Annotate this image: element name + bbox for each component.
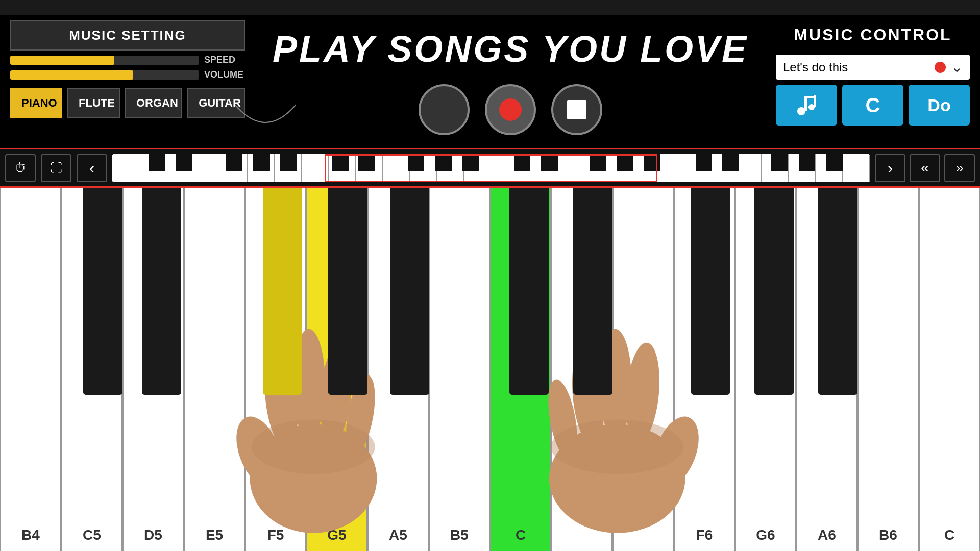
white-key-d5[interactable]: D5 [122, 188, 184, 551]
key-label-a6: A6 [818, 527, 836, 543]
key-label-a5: A5 [389, 527, 407, 543]
white-key-f5[interactable]: F5 [245, 188, 306, 551]
forward-icon: › [888, 159, 893, 178]
key-label-e5: E5 [206, 527, 223, 543]
piano-button[interactable]: PIANO [10, 88, 62, 118]
left-panel: MUSIC SETTING SPEED VOLUME PIANO FLUTE O… [10, 20, 245, 143]
do-note-button[interactable]: Do [909, 85, 970, 126]
key-label-f5: F5 [267, 527, 284, 543]
header: MUSIC SETTING SPEED VOLUME PIANO FLUTE O… [0, 15, 980, 148]
mini-white-key [383, 154, 410, 182]
white-key-e6[interactable] [612, 188, 674, 551]
rewind-button[interactable]: « [910, 154, 940, 182]
dropdown-arrow-icon[interactable]: ⌄ [951, 59, 963, 76]
c-note-button[interactable]: C [842, 85, 903, 126]
white-key-c5[interactable]: C5 [61, 188, 122, 551]
main-title: PLAY SONGS YOU LOVE [273, 28, 748, 70]
flute-button[interactable]: FLUTE [67, 88, 120, 118]
mini-black-key [408, 154, 425, 171]
mini-black-key [226, 154, 243, 171]
volume-label: VOLUME [204, 69, 245, 80]
record-button[interactable] [485, 84, 536, 135]
svg-rect-2 [804, 96, 815, 98]
volume-slider-row: VOLUME [10, 69, 245, 80]
mini-black-key [722, 154, 739, 171]
white-key-c6[interactable]: C [490, 188, 551, 551]
white-key-a6[interactable]: A6 [796, 188, 857, 551]
fast-forward-icon: » [955, 160, 964, 176]
mini-black-key [280, 154, 297, 171]
transport-controls [419, 84, 602, 135]
key-label-c6: C [516, 527, 526, 543]
timer-button[interactable]: ⏱ [5, 154, 36, 182]
mini-white-key [843, 154, 870, 182]
do-note-label: Do [927, 95, 950, 115]
white-key-b6[interactable]: B6 [857, 188, 919, 551]
instrument-row: PIANO FLUTE ORGAN GUITAR [10, 88, 245, 118]
key-label-d5: D5 [144, 527, 162, 543]
white-key-e5[interactable]: E5 [184, 188, 245, 551]
white-key-g6[interactable]: G6 [735, 188, 796, 551]
nav-end-buttons: › « » [875, 154, 975, 182]
mini-black-key [435, 154, 452, 171]
center-panel: PLAY SONGS YOU LOVE [255, 20, 766, 143]
top-bar [0, 0, 980, 15]
white-key-g5[interactable]: G5 [306, 188, 368, 551]
mini-black-key [176, 154, 193, 171]
key-label-f6: F6 [696, 527, 713, 543]
mini-black-key [617, 154, 633, 171]
control-buttons: C Do [776, 85, 970, 126]
mini-keyboard[interactable] [112, 154, 870, 182]
speed-label: SPEED [204, 55, 245, 65]
notes-button[interactable] [776, 85, 837, 126]
c-note-label: C [866, 94, 880, 117]
mini-black-key [541, 154, 558, 171]
volume-slider-fill [10, 70, 133, 80]
svg-rect-4 [814, 95, 816, 107]
svg-point-0 [797, 107, 805, 115]
white-keys: B4 C5 D5 E5 F5 G5 A5 B5 C [0, 188, 980, 551]
key-label-g5: G5 [327, 527, 346, 543]
music-setting-button[interactable]: MUSIC SETTING [10, 20, 245, 51]
white-key-a5-area[interactable]: A5 [368, 188, 429, 551]
fast-forward-button[interactable]: » [944, 154, 975, 182]
speed-slider-track[interactable] [10, 56, 199, 65]
mini-black-key [332, 154, 349, 171]
rewind-icon: « [921, 160, 929, 176]
white-key-f6[interactable]: F6 [674, 188, 735, 551]
key-label-c5: C5 [83, 527, 101, 543]
stop-icon [567, 100, 586, 119]
timer-icon: ⏱ [14, 161, 27, 175]
key-label-c7: C [944, 527, 954, 543]
back-button[interactable]: ‹ [77, 154, 107, 182]
pause-button[interactable] [419, 84, 470, 135]
mini-white-key [193, 154, 220, 182]
mini-black-key [462, 154, 479, 171]
nav-bar: ⏱ ⛶ ‹ [0, 148, 980, 186]
speed-slider-fill [10, 56, 114, 65]
record-dot [499, 98, 522, 121]
white-key-b5[interactable]: B5 [429, 188, 490, 551]
mini-black-key [696, 154, 713, 171]
mini-white-key [302, 154, 329, 182]
mini-white-key [112, 154, 139, 182]
forward-button[interactable]: › [875, 154, 905, 182]
key-label-b5: B5 [450, 527, 469, 543]
record-indicator [935, 62, 946, 73]
volume-slider-track[interactable] [10, 70, 199, 80]
control-dropdown[interactable]: Let's do this ⌄ [776, 55, 970, 80]
right-panel: MUSIC CONTROL Let's do this ⌄ C Do [776, 20, 970, 143]
organ-button[interactable]: ORGAN [125, 88, 182, 118]
expand-button[interactable]: ⛶ [41, 154, 71, 182]
white-key-d6[interactable] [551, 188, 612, 551]
guitar-button[interactable]: GUITAR [187, 88, 245, 118]
mini-black-key [149, 154, 165, 171]
mini-black-key [644, 154, 661, 171]
white-key-b4[interactable]: B4 [0, 188, 61, 551]
mini-black-key [771, 154, 788, 171]
stop-button[interactable] [551, 84, 602, 135]
mini-black-key [253, 154, 270, 171]
mini-black-key [799, 154, 816, 171]
white-key-c7[interactable]: C [919, 188, 980, 551]
expand-icon: ⛶ [50, 161, 62, 175]
